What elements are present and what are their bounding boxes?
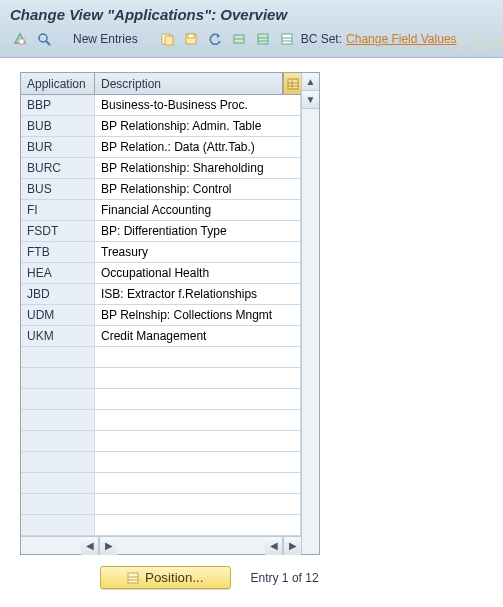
- table-row[interactable]: [21, 389, 301, 410]
- vertical-scrollbar: ▲ ▼: [301, 73, 319, 554]
- table-row[interactable]: BUSBP Relationship: Control: [21, 179, 301, 200]
- cell-description[interactable]: [95, 368, 301, 388]
- svg-rect-9: [258, 34, 268, 44]
- position-label: Position...: [145, 570, 204, 585]
- table-row[interactable]: [21, 431, 301, 452]
- cell-application[interactable]: [21, 431, 95, 451]
- table-row[interactable]: BURBP Relation.: Data (Attr.Tab.): [21, 137, 301, 158]
- cell-application[interactable]: FSDT: [21, 221, 95, 241]
- table-row[interactable]: FTBTreasury: [21, 242, 301, 263]
- applications-table: Application Description BBPBusiness-to-B…: [20, 72, 320, 555]
- cell-application[interactable]: HEA: [21, 263, 95, 283]
- cell-application[interactable]: [21, 410, 95, 430]
- cell-application[interactable]: [21, 368, 95, 388]
- cell-application[interactable]: BUR: [21, 137, 95, 157]
- cell-application[interactable]: UDM: [21, 305, 95, 325]
- find-icon[interactable]: [34, 29, 54, 49]
- svg-rect-4: [165, 36, 173, 45]
- deselect-all-icon[interactable]: [277, 29, 297, 49]
- cell-application[interactable]: [21, 473, 95, 493]
- cell-description[interactable]: BP Relationship: Control: [95, 179, 301, 199]
- cell-description[interactable]: [95, 431, 301, 451]
- cell-application[interactable]: [21, 515, 95, 535]
- cell-description[interactable]: [95, 515, 301, 535]
- table-row[interactable]: [21, 452, 301, 473]
- table-row[interactable]: UKMCredit Management: [21, 326, 301, 347]
- svg-point-1: [39, 34, 47, 42]
- toolbar: New Entries BC Set: Change Field Values: [10, 29, 493, 53]
- bc-set-button[interactable]: BC Set: Change Field Values: [301, 32, 457, 46]
- cell-description[interactable]: Credit Management: [95, 326, 301, 346]
- table-row[interactable]: [21, 473, 301, 494]
- svg-rect-19: [128, 573, 138, 583]
- cell-description[interactable]: BP Relationship: Shareholding: [95, 158, 301, 178]
- column-header-description[interactable]: Description: [95, 73, 283, 94]
- cell-description[interactable]: Business-to-Business Proc.: [95, 95, 301, 115]
- position-button[interactable]: Position...: [100, 566, 231, 589]
- cell-application[interactable]: [21, 347, 95, 367]
- table-row[interactable]: BBPBusiness-to-Business Proc.: [21, 95, 301, 116]
- table-row[interactable]: [21, 494, 301, 515]
- cell-application[interactable]: [21, 452, 95, 472]
- table-row[interactable]: [21, 368, 301, 389]
- cell-description[interactable]: BP Relation.: Data (Attr.Tab.): [95, 137, 301, 157]
- table-row[interactable]: [21, 410, 301, 431]
- cell-application[interactable]: [21, 389, 95, 409]
- bcset-action-label: Change Field Values: [346, 32, 457, 46]
- cell-description[interactable]: Occupational Health: [95, 263, 301, 283]
- cell-application[interactable]: FTB: [21, 242, 95, 262]
- cell-application[interactable]: FI: [21, 200, 95, 220]
- page-title: Change View "Applications": Overview: [10, 6, 493, 23]
- select-all-icon[interactable]: [253, 29, 273, 49]
- hscroll-right-icon[interactable]: ▶: [99, 537, 117, 555]
- table-config-icon[interactable]: [283, 73, 301, 94]
- cell-description[interactable]: [95, 347, 301, 367]
- table-row[interactable]: UDMBP Relnship: Collections Mngmt: [21, 305, 301, 326]
- svg-line-2: [46, 41, 50, 45]
- cell-description[interactable]: Treasury: [95, 242, 301, 262]
- cell-application[interactable]: UKM: [21, 326, 95, 346]
- table-row[interactable]: [21, 515, 301, 536]
- cell-description[interactable]: [95, 410, 301, 430]
- table-row[interactable]: HEAOccupational Health: [21, 263, 301, 284]
- save-icon[interactable]: [181, 29, 201, 49]
- hscroll-right2-icon[interactable]: ▶: [283, 537, 301, 555]
- cell-description[interactable]: [95, 494, 301, 514]
- svg-rect-15: [288, 79, 298, 89]
- cell-application[interactable]: JBD: [21, 284, 95, 304]
- delimit-icon[interactable]: [229, 29, 249, 49]
- hscroll-left-icon[interactable]: ◀: [81, 537, 99, 555]
- cell-application[interactable]: BUB: [21, 116, 95, 136]
- table-row[interactable]: [21, 347, 301, 368]
- other-view-icon[interactable]: [10, 29, 30, 49]
- vscroll-up-icon[interactable]: ▲: [302, 73, 319, 91]
- cell-application[interactable]: BURC: [21, 158, 95, 178]
- hscroll-left2-icon[interactable]: ◀: [265, 537, 283, 555]
- cell-description[interactable]: [95, 389, 301, 409]
- cell-description[interactable]: BP: Differentiation Type: [95, 221, 301, 241]
- cell-description[interactable]: ISB: Extractor f.Relationships: [95, 284, 301, 304]
- cell-application[interactable]: [21, 494, 95, 514]
- cell-description[interactable]: [95, 452, 301, 472]
- position-icon: [127, 572, 139, 584]
- horizontal-scrollbar: ◀ ▶ ◀ ▶: [21, 536, 301, 554]
- copy-icon[interactable]: [157, 29, 177, 49]
- cell-application[interactable]: BUS: [21, 179, 95, 199]
- svg-rect-6: [188, 34, 194, 38]
- table-row[interactable]: BUBBP Relationship: Admin. Table: [21, 116, 301, 137]
- cell-description[interactable]: [95, 473, 301, 493]
- table-row[interactable]: FSDTBP: Differentiation Type: [21, 221, 301, 242]
- table-row[interactable]: JBDISB: Extractor f.Relationships: [21, 284, 301, 305]
- vscroll-down-icon[interactable]: ▼: [302, 91, 319, 109]
- cell-description[interactable]: BP Relationship: Admin. Table: [95, 116, 301, 136]
- svg-rect-0: [19, 39, 24, 44]
- undo-icon[interactable]: [205, 29, 225, 49]
- table-row[interactable]: FIFinancial Accounting: [21, 200, 301, 221]
- new-entries-button[interactable]: New Entries: [66, 29, 145, 49]
- cell-description[interactable]: Financial Accounting: [95, 200, 301, 220]
- cell-description[interactable]: BP Relnship: Collections Mngmt: [95, 305, 301, 325]
- column-header-application[interactable]: Application: [21, 73, 95, 94]
- svg-rect-12: [282, 34, 292, 44]
- table-row[interactable]: BURCBP Relationship: Shareholding: [21, 158, 301, 179]
- cell-application[interactable]: BBP: [21, 95, 95, 115]
